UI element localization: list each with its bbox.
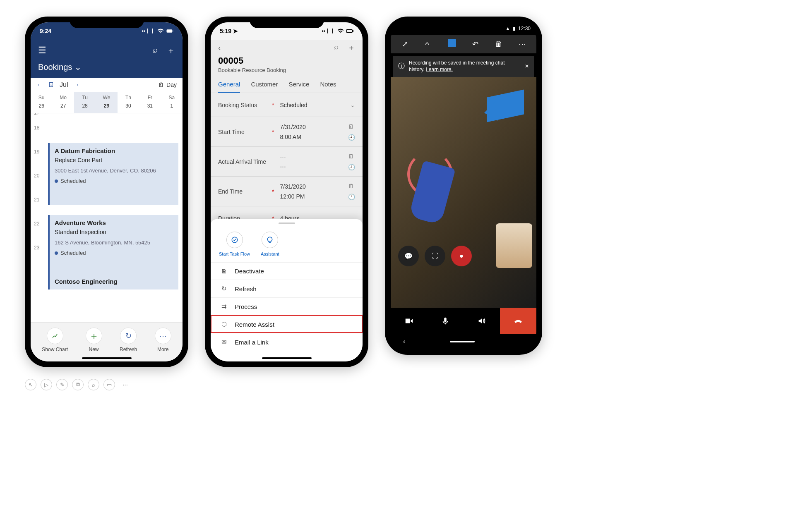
chat-button[interactable]: 💬 [398,246,419,266]
tool-copy[interactable]: ⧉ [72,379,84,390]
day-mo[interactable]: Mo27 [52,92,74,113]
day-sa[interactable]: Sa1 [161,92,183,113]
home-nav-icon[interactable] [450,341,475,342]
tool-pointer[interactable]: ↖ [25,379,36,390]
day-th[interactable]: Th30 [118,92,139,113]
tab-customer[interactable]: Customer [251,81,278,93]
next-arrow-icon[interactable]: → [73,81,79,89]
tab-notes[interactable]: Notes [320,81,336,93]
battery-icon: ▮ [513,26,516,31]
tool-screen[interactable]: ▭ [103,379,115,390]
clock-icon: 🕘 [348,164,355,170]
camera-view[interactable]: 💬 ⛶ ● [391,77,536,308]
record-subtitle: Bookable Resource Booking [218,67,355,73]
status-time: 9:24 [40,28,51,34]
remote-assist-row[interactable]: ⬡Remote Assist [211,315,363,333]
status-bar: ▲▮12:30 [391,22,536,35]
add-icon[interactable]: ＋ [167,45,175,56]
home-indicator [262,357,312,359]
assistant-button[interactable]: Assistant [261,232,279,256]
video-button[interactable] [391,308,427,334]
participant-video[interactable] [496,223,532,268]
tool-pen[interactable]: ✎ [56,379,68,390]
field-arrival-time[interactable]: Actual Arrival Time* ------ 🗓🕘 [211,147,363,177]
record-button[interactable]: ● [451,246,472,266]
hangup-button[interactable] [500,308,536,334]
back-icon[interactable]: ‹ [218,43,221,53]
deactivate-icon: 🗎 [220,268,228,275]
android-navbar: ‹ [391,334,536,349]
svg-rect-1 [173,31,173,32]
signal-icon: ▲ [505,26,510,31]
capture-button[interactable]: ⛶ [425,246,445,266]
process-icon: ⇉ [220,303,228,310]
back-nav-icon[interactable]: ‹ [403,338,405,345]
mic-button[interactable] [427,308,464,334]
process-row[interactable]: ⇉Process [211,297,363,315]
pen-icon[interactable] [417,39,440,49]
deactivate-row[interactable]: 🗎Deactivate [211,262,363,280]
remote-assist-icon: ⬡ [220,321,228,328]
page-title[interactable]: Bookings ⌄ [38,62,175,72]
search-icon[interactable]: ⌕ [334,43,339,53]
info-icon: ⓘ [398,62,405,71]
email-link-row[interactable]: ✉Email a Link [211,333,363,351]
search-icon[interactable]: ⌕ [153,45,158,56]
start-task-flow-button[interactable]: Start Task Flow [219,232,250,256]
phone-bookings: 9:24 ••丨丨 ☰ ⌕ ＋ Bookings ⌄ ← 🗓 Jul → [25,17,188,367]
show-chart-button[interactable]: Show Chart [42,328,68,352]
minimize-icon[interactable]: ⤢ [393,40,417,49]
calendar-icon: 🗓 [348,123,355,130]
chevron-down-icon: ⌄ [350,102,355,108]
view-mode[interactable]: 🗓 Day [158,81,177,88]
home-indicator [82,357,132,359]
refresh-button[interactable]: ↻Refresh [120,328,137,352]
field-booking-status[interactable]: Booking Status* Scheduled ⌄ [211,93,363,117]
more-button[interactable]: ⋯More [155,328,171,352]
day-tu[interactable]: Tu28 [74,92,96,113]
refresh-icon: ↻ [220,285,228,292]
sheet-handle[interactable] [279,223,295,224]
week-row: Su26 Mo27 Tu28 We29 Th30 Fr31 Sa1 [31,92,183,113]
undo-icon[interactable]: ↶ [464,40,487,49]
delete-icon[interactable]: 🗑 [487,40,511,48]
phone-booking-detail: 5:19➤ ••丨丨 ‹ ⌕ ＋ 00005 Bookable Resource… [205,17,368,367]
tab-service[interactable]: Service [288,81,309,93]
color-swatch[interactable] [440,39,464,49]
action-sheet: Start Task Flow Assistant 🗎Deactivate ↻R… [211,219,363,361]
status-icons: ••丨丨 [142,27,173,35]
booking-card[interactable]: Contoso Engineering [48,275,178,290]
field-end-time[interactable]: End Time* 7/31/202012:00 PM 🗓🕘 [211,177,363,206]
day-fr[interactable]: Fr31 [139,92,161,113]
refresh-row[interactable]: ↻Refresh [211,280,363,297]
new-button[interactable]: ＋New [86,328,102,352]
calendar-icon: 🗓 [158,81,164,88]
svg-rect-0 [167,29,173,33]
canvas-toolbar: ↖ ▷ ✎ ⧉ ⌕ ▭ ⋯ [25,379,787,390]
svg-rect-5 [444,318,447,322]
calendar-icon: 🗓 [348,153,355,160]
day-su[interactable]: Su26 [31,92,52,113]
day-we[interactable]: We29 [96,92,117,113]
tool-zoom[interactable]: ⌕ [88,379,99,390]
close-icon[interactable]: ✕ [525,63,529,70]
prev-arrow-icon[interactable]: ← [36,81,43,89]
tool-more[interactable]: ⋯ [119,379,131,390]
more-icon[interactable]: ⋯ [510,40,534,49]
svg-rect-3 [353,31,353,32]
learn-more-link[interactable]: Learn more. [426,67,453,72]
speaker-button[interactable] [464,308,500,334]
add-icon[interactable]: ＋ [348,43,355,53]
chevron-down-icon: ⌄ [74,62,82,72]
field-start-time[interactable]: Start Time* 7/31/20208:00 AM 🗓🕘 [211,117,363,147]
phone-remote-assist-call: ▲▮12:30 ⤢ ↶ 🗑 ⋯ ⓘ Recording will be save… [385,17,542,355]
bottom-bar: Show Chart ＋New ↻Refresh ⋯More [31,322,183,361]
tab-general[interactable]: General [218,81,240,93]
email-icon: ✉ [220,338,228,346]
menu-icon[interactable]: ☰ [38,45,46,56]
tabs: General Customer Service Notes [211,77,363,93]
month-label: Jul [60,81,68,89]
calendar-icon[interactable]: 🗓 [48,81,55,89]
tool-play[interactable]: ▷ [41,379,52,390]
location-icon: ➤ [233,28,238,34]
